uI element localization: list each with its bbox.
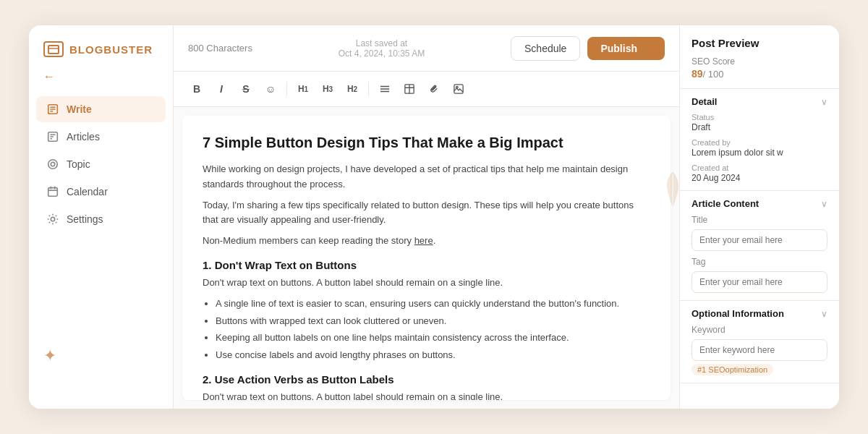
tag-field-label: Tag bbox=[692, 257, 827, 267]
keyword-input[interactable] bbox=[692, 339, 827, 361]
image-icon bbox=[454, 84, 464, 94]
toolbar-separator-2 bbox=[368, 82, 369, 96]
detail-section: Detail ∨ Status Draft Created by Lorem i… bbox=[680, 89, 839, 191]
sidebar-item-calendar[interactable]: Calendar bbox=[36, 179, 166, 205]
topic-icon bbox=[46, 158, 59, 171]
right-panel: Post Preview SEO Score 89/ 100 Detail ∨ … bbox=[680, 25, 839, 409]
created-at-value: 20 Aug 2024 bbox=[692, 173, 827, 183]
optional-section-header[interactable]: Optional Information ∨ bbox=[692, 308, 827, 319]
schedule-button[interactable]: Schedule bbox=[511, 36, 580, 61]
editor-header: 800 Characters Last saved at Oct 4, 2024… bbox=[174, 25, 679, 72]
logo-icon bbox=[43, 41, 64, 57]
section1-text: Don't wrap text on buttons. A button lab… bbox=[203, 276, 650, 291]
sidebar-item-topic[interactable]: Topic bbox=[36, 151, 166, 177]
detail-label: Detail bbox=[692, 96, 717, 107]
settings-icon bbox=[46, 213, 59, 226]
title-input[interactable] bbox=[692, 229, 827, 251]
article-content-header[interactable]: Article Content ∨ bbox=[692, 198, 827, 209]
status-row: Status Draft bbox=[692, 113, 827, 132]
strikethrough-button[interactable]: S bbox=[234, 77, 258, 101]
svg-point-10 bbox=[48, 160, 58, 169]
created-by-row: Created by Lorem ipsum dolor sit w bbox=[692, 138, 827, 158]
section2-text: Don't wrap text on buttons. A button lab… bbox=[203, 390, 650, 400]
created-by-label: Created by bbox=[692, 138, 827, 147]
editor-body[interactable]: 7 Simple Button Design Tips That Make a … bbox=[182, 116, 671, 400]
article-intro-1: While working on design projects, I have… bbox=[203, 162, 650, 192]
list-icon bbox=[380, 84, 390, 94]
article-intro-3: Non-Medium members can keep reading the … bbox=[203, 234, 650, 249]
main-editor: 800 Characters Last saved at Oct 4, 2024… bbox=[174, 25, 680, 409]
optional-chevron-icon: ∨ bbox=[821, 309, 827, 319]
seo-score: 89/ 100 bbox=[692, 68, 827, 80]
panel-title: Post Preview bbox=[680, 37, 839, 56]
section1-heading: 1. Don't Wrap Text on Buttons bbox=[203, 259, 650, 271]
article-link[interactable]: here bbox=[414, 235, 433, 246]
bold-button[interactable]: B bbox=[185, 77, 208, 101]
bullet-4: Use concise labels and avoid lengthy phr… bbox=[216, 348, 650, 363]
optional-label: Optional Information bbox=[692, 308, 784, 319]
sidebar: BLOGBUSTER ← Write bbox=[29, 25, 174, 409]
write-icon bbox=[46, 103, 59, 116]
sidebar-item-settings[interactable]: Settings bbox=[36, 206, 166, 232]
bullet-3: Keeping all button labels on one line he… bbox=[216, 331, 650, 346]
created-at-row: Created at 20 Aug 2024 bbox=[692, 163, 827, 183]
image-button[interactable] bbox=[447, 77, 470, 101]
attachment-button[interactable] bbox=[422, 77, 446, 101]
toolbar-separator-1 bbox=[286, 82, 287, 96]
app-container: BLOGBUSTER ← Write bbox=[29, 25, 839, 409]
table-icon bbox=[404, 84, 414, 94]
emoji-button[interactable]: ☺ bbox=[259, 77, 282, 101]
table-button[interactable] bbox=[398, 77, 421, 101]
sidebar-item-write[interactable]: Write bbox=[36, 96, 166, 122]
bullet-2: Buttons with wrapped text can look clutt… bbox=[216, 314, 650, 329]
svg-point-16 bbox=[51, 217, 54, 221]
h2-button[interactable]: H2 bbox=[341, 77, 364, 101]
articles-icon bbox=[46, 130, 59, 143]
publish-button[interactable]: Publish bbox=[587, 37, 665, 60]
h1-button[interactable]: H1 bbox=[292, 77, 315, 101]
status-value: Draft bbox=[692, 122, 827, 132]
svg-rect-0 bbox=[48, 46, 59, 54]
sidebar-item-articles[interactable]: Articles bbox=[36, 124, 166, 150]
italic-button[interactable]: I bbox=[210, 77, 233, 101]
keyword-field-label: Keyword bbox=[692, 325, 827, 335]
svg-point-11 bbox=[51, 162, 54, 166]
attachment-icon bbox=[429, 84, 439, 94]
article-content-label: Article Content bbox=[692, 198, 759, 209]
detail-section-header[interactable]: Detail ∨ bbox=[692, 96, 827, 107]
bullet-1: A single line of text is easier to scan,… bbox=[216, 297, 650, 312]
header-actions: Schedule Publish bbox=[511, 36, 665, 61]
tag-input[interactable] bbox=[692, 271, 827, 293]
title-field-label: Title bbox=[692, 215, 827, 225]
list-button[interactable] bbox=[373, 77, 396, 101]
article-title: 7 Simple Button Design Tips That Make a … bbox=[203, 133, 650, 152]
char-count: 800 Characters bbox=[188, 43, 252, 54]
created-by-value: Lorem ipsum dolor sit w bbox=[692, 148, 827, 158]
app-logo: BLOGBUSTER bbox=[29, 25, 173, 70]
article-intro-2: Today, I'm sharing a few tips specifical… bbox=[203, 198, 650, 229]
sidebar-nav: Write Articles Topic bbox=[29, 90, 173, 238]
back-arrow-icon[interactable]: ← bbox=[29, 70, 173, 90]
optional-section: Optional Information ∨ Keyword #1 SEOopt… bbox=[680, 301, 839, 383]
editor-toolbar: B I S ☺ H1 H3 H2 bbox=[174, 72, 679, 107]
section2-heading: 2. Use Action Verbs as Button Labels bbox=[203, 373, 650, 386]
seo-tag: #1 SEOoptimization bbox=[692, 364, 773, 375]
detail-chevron-icon: ∨ bbox=[821, 97, 827, 107]
article-content-chevron-icon: ∨ bbox=[821, 199, 827, 209]
calendar-icon bbox=[46, 185, 59, 198]
section1-bullets: A single line of text is easier to scan,… bbox=[216, 297, 650, 363]
article-content-section: Article Content ∨ Title Tag bbox=[680, 191, 839, 301]
h3-button[interactable]: H3 bbox=[316, 77, 339, 101]
last-saved-info: Last saved at Oct 4, 2024, 10:35 AM bbox=[339, 38, 425, 59]
seo-label: SEO Score bbox=[692, 56, 827, 67]
status-label: Status bbox=[692, 113, 827, 122]
created-at-label: Created at bbox=[692, 163, 827, 172]
seo-score-section: SEO Score 89/ 100 bbox=[680, 56, 839, 89]
publish-icon bbox=[642, 43, 652, 54]
svg-rect-12 bbox=[48, 188, 58, 197]
